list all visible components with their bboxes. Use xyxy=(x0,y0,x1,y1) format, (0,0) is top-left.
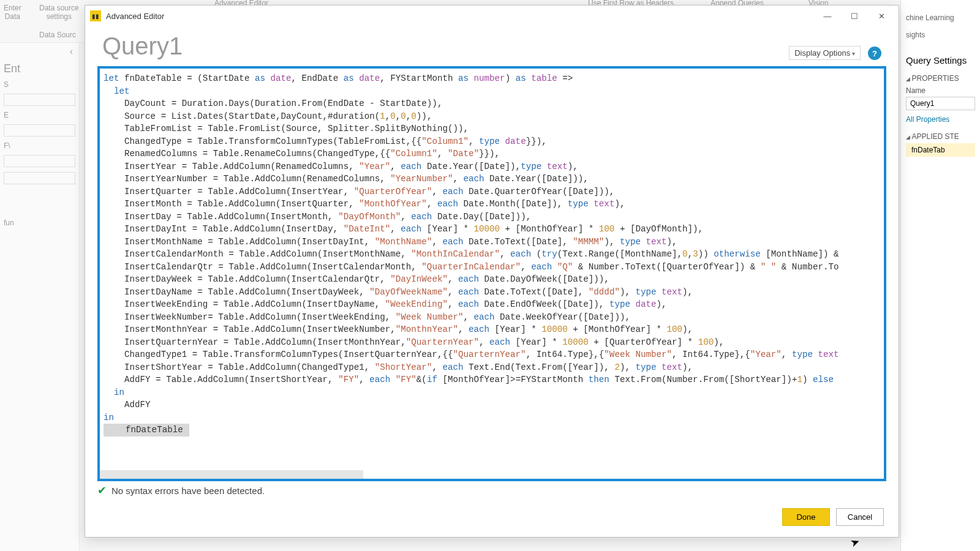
close-button[interactable]: ✕ xyxy=(868,7,895,24)
query-name-heading: Query1 xyxy=(102,32,789,60)
window-title: Advanced Editor xyxy=(106,12,164,21)
code-editor-frame: let fnDateTable = (StartDate as date, En… xyxy=(97,66,886,481)
checkmark-icon: ✔ xyxy=(97,484,107,497)
advanced-editor-window: ▮▮ Advanced Editor — ☐ ✕ Query1 Display … xyxy=(85,5,899,538)
ribbon-enter-data: EnterData xyxy=(4,4,21,21)
field-fy-input xyxy=(4,155,75,167)
function-label: fun xyxy=(4,219,75,227)
properties-section: PROPERTIES xyxy=(906,74,975,83)
help-button[interactable]: ? xyxy=(868,47,881,60)
applied-step-item[interactable]: fnDateTab xyxy=(906,143,975,157)
powerbi-icon: ▮▮ xyxy=(90,10,101,21)
done-button[interactable]: Done xyxy=(782,508,830,526)
field-extra-input xyxy=(4,172,75,184)
display-options-dropdown[interactable]: Display Options xyxy=(789,46,861,60)
name-label: Name xyxy=(906,86,975,95)
minimize-button[interactable]: — xyxy=(814,7,841,24)
maximize-button[interactable]: ☐ xyxy=(841,7,868,24)
applied-steps-section: APPLIED STE xyxy=(906,132,975,141)
horizontal-scrollbar[interactable] xyxy=(100,470,363,479)
code-editor[interactable]: let fnDateTable = (StartDate as date, En… xyxy=(100,69,884,479)
insights-group-label: sights xyxy=(906,31,925,39)
field-e-input xyxy=(4,124,75,137)
ml-group-label: chine Learning xyxy=(906,13,954,22)
query-name-input[interactable]: Query1 xyxy=(906,97,975,110)
window-titlebar[interactable]: ▮▮ Advanced Editor — ☐ ✕ xyxy=(85,6,899,26)
field-s-input xyxy=(4,94,75,106)
cancel-button[interactable]: Cancel xyxy=(836,508,884,526)
collapse-chevron-icon: ‹ xyxy=(70,46,73,57)
syntax-status-text: No syntax errors have been detected. xyxy=(111,485,265,496)
query-settings-title: Query Settings xyxy=(906,55,975,66)
field-fy-label: F\ xyxy=(4,141,75,150)
query-settings-pane: chine Learning sights Query Settings PRO… xyxy=(900,0,980,551)
enter-data-label: Ent xyxy=(4,62,75,75)
ribbon-data-sources-group: Data Sourc xyxy=(39,31,76,39)
ribbon-data-source-settings: Data sourcesettings xyxy=(39,4,79,21)
all-properties-link[interactable]: All Properties xyxy=(906,115,975,124)
field-s-label: S xyxy=(4,80,75,89)
field-e-label: E xyxy=(4,111,75,119)
queries-pane: ‹ Ent S E F\ fun xyxy=(0,43,80,551)
